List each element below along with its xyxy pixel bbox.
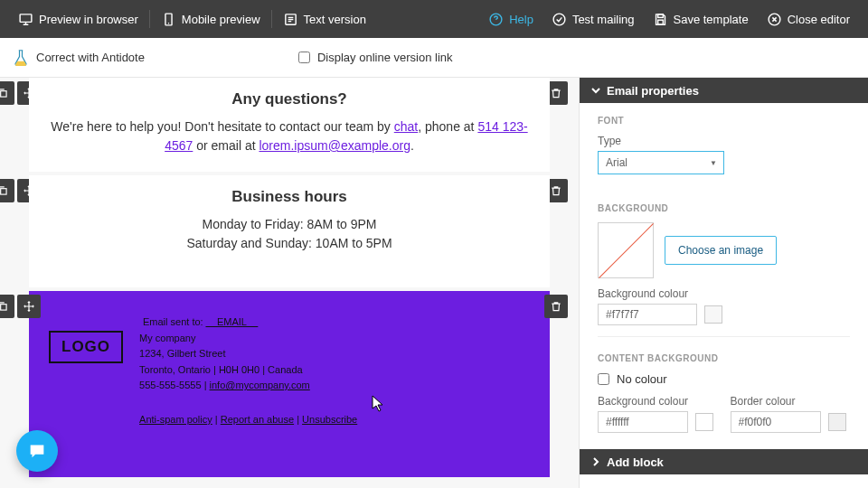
- unsubscribe-link[interactable]: Unsubscribe: [302, 414, 357, 425]
- divider: [271, 10, 272, 28]
- test-mailing-button[interactable]: Test mailing: [542, 12, 644, 27]
- online-version-label: Display online version link: [317, 51, 453, 64]
- content-bg-heading: CONTENT BACKGROUND: [598, 353, 850, 363]
- choose-image-button[interactable]: Choose an image: [665, 236, 777, 265]
- content-bg-input[interactable]: [598, 411, 688, 433]
- preview-browser-label: Preview in browser: [39, 13, 138, 26]
- test-mailing-label: Test mailing: [572, 13, 635, 26]
- logo-placeholder: LOGO: [49, 331, 123, 363]
- move-button[interactable]: [17, 295, 41, 318]
- help-icon: [488, 12, 504, 27]
- mobile-preview-button[interactable]: Mobile preview: [152, 12, 269, 27]
- trash-icon: [550, 300, 562, 313]
- svg-rect-11: [1, 305, 6, 310]
- copy-icon: [0, 300, 9, 313]
- save-icon: [653, 12, 668, 27]
- email-block-wrap: Any questions? We're here to help you! D…: [29, 78, 550, 172]
- font-type-select[interactable]: Arial: [598, 151, 724, 174]
- bg-color-swatch[interactable]: [704, 305, 722, 324]
- content-bg-label: Background colour: [598, 395, 718, 408]
- questions-text: We're here to help you! Don't hesitate t…: [49, 117, 530, 155]
- canvas-area[interactable]: Any questions? We're here to help you! D…: [0, 78, 579, 488]
- hours-line2: Saturday and Sunday: 10AM to 5PM: [186, 236, 392, 250]
- text-version-button[interactable]: Text version: [274, 12, 375, 27]
- help-button[interactable]: Help: [479, 12, 542, 27]
- text-icon: [283, 12, 298, 27]
- text-version-label: Text version: [304, 13, 366, 26]
- questions-block[interactable]: Any questions? We're here to help you! D…: [29, 78, 550, 172]
- add-block-header[interactable]: Add block: [580, 449, 868, 474]
- anti-spam-link[interactable]: Anti-spam policy: [139, 414, 212, 425]
- chevron-right-icon: [590, 456, 601, 467]
- font-heading: FONT: [598, 116, 850, 126]
- duplicate-button[interactable]: [0, 81, 14, 105]
- hours-block[interactable]: Business hours Monday to Friday: 8AM to …: [29, 175, 550, 287]
- svg-rect-7: [657, 20, 663, 24]
- svg-point-2: [168, 23, 169, 23]
- options-bar: Correct with Antidote Display online ver…: [0, 38, 868, 78]
- no-colour-checkbox[interactable]: [598, 373, 609, 385]
- chat-launcher[interactable]: [16, 430, 58, 472]
- email-block-wrap: Business hours Monday to Friday: 8AM to …: [29, 175, 550, 287]
- close-circle-icon: [767, 12, 782, 27]
- svg-rect-10: [1, 189, 6, 194]
- close-editor-button[interactable]: Close editor: [758, 12, 859, 27]
- font-type-label: Type: [598, 135, 850, 147]
- divider: [598, 336, 850, 337]
- svg-rect-6: [657, 14, 663, 17]
- properties-panel: Email properties FONT Type Arial BACKGRO…: [579, 78, 868, 488]
- antidote-button[interactable]: Correct with Antidote: [13, 48, 145, 68]
- svg-rect-9: [1, 91, 6, 97]
- company-city: Toronto, Ontario | H0H 0H0 | Canada: [139, 362, 357, 379]
- hours-line1: Monday to Friday: 8AM to 9PM: [203, 217, 377, 231]
- no-colour-toggle[interactable]: No colour: [598, 372, 850, 386]
- save-template-label: Save template: [674, 13, 749, 26]
- email-link[interactable]: lorem.ipsum@example.org: [259, 138, 410, 153]
- monitor-icon: [18, 12, 33, 27]
- content-bg-swatch[interactable]: [695, 413, 713, 431]
- no-colour-label: No colour: [617, 372, 667, 386]
- mobile-preview-label: Mobile preview: [182, 13, 260, 26]
- delete-button[interactable]: [544, 295, 568, 318]
- svg-rect-0: [20, 14, 32, 21]
- duplicate-button[interactable]: [0, 295, 14, 318]
- preview-browser-button[interactable]: Preview in browser: [9, 12, 147, 27]
- border-color-input[interactable]: [731, 411, 821, 433]
- save-template-button[interactable]: Save template: [644, 12, 758, 27]
- border-color-swatch[interactable]: [828, 413, 846, 431]
- background-heading: BACKGROUND: [598, 203, 850, 213]
- sentto-value: __EMAIL__: [206, 316, 258, 327]
- questions-title: Any questions?: [49, 90, 530, 108]
- email-properties-header[interactable]: Email properties: [580, 78, 868, 103]
- company-email-link[interactable]: info@mycompany.com: [210, 380, 310, 390]
- email-properties-title: Email properties: [607, 84, 699, 98]
- background-image-thumb[interactable]: [598, 222, 654, 278]
- beaker-icon: [13, 48, 29, 68]
- border-color-label: Border colour: [731, 395, 851, 408]
- check-circle-icon: [552, 12, 567, 27]
- duplicate-button[interactable]: [0, 179, 14, 202]
- report-abuse-link[interactable]: Report an abuse: [221, 414, 294, 425]
- chat-link[interactable]: chat: [394, 119, 418, 134]
- help-label: Help: [509, 13, 533, 26]
- company-phone: 555-555-5555: [139, 380, 202, 390]
- online-version-checkbox[interactable]: [298, 52, 310, 63]
- bg-color-label: Background colour: [598, 287, 850, 300]
- company-name: My company: [139, 331, 357, 347]
- move-icon: [23, 300, 35, 313]
- copy-icon: [0, 184, 9, 197]
- top-toolbar: Preview in browser Mobile preview Text v…: [0, 0, 868, 38]
- svg-point-5: [553, 14, 565, 25]
- add-block-title: Add block: [607, 455, 664, 469]
- bg-color-input[interactable]: [598, 304, 697, 325]
- copy-icon: [0, 87, 9, 99]
- mobile-icon: [161, 12, 176, 27]
- chevron-down-icon: [590, 85, 601, 96]
- trash-icon: [550, 184, 562, 197]
- online-version-toggle[interactable]: Display online version link: [298, 51, 453, 64]
- antidote-label: Correct with Antidote: [36, 51, 145, 64]
- divider: [149, 10, 150, 28]
- footer-block[interactable]: Email sent to: __EMAIL__ LOGO My company…: [29, 291, 550, 477]
- company-street: 1234, Gilbert Street: [139, 346, 357, 362]
- sentto-label: Email sent to:: [143, 316, 206, 327]
